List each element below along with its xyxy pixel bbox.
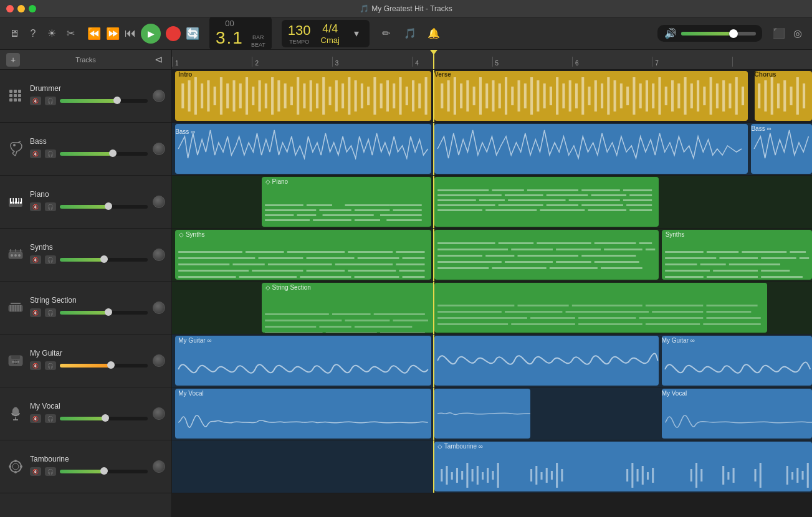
svg-rect-196 [287,251,345,253]
synths-track-content[interactable]: ◇ Synths [172,229,812,282]
guitar-mute[interactable]: 🔇 [30,361,41,370]
svg-rect-285 [456,468,458,483]
vocal-mute[interactable]: 🔇 [30,414,41,423]
tambourine-track-content[interactable]: ◇ Tambourine ∞ [172,440,812,493]
sidebar-item-drummer[interactable]: Drummer 🔇 🎧 [0,70,171,123]
volume-slider[interactable] [681,32,756,36]
sidebar-item-vocal[interactable]: My Vocal 🔇 🎧 [0,387,171,440]
sidebar-item-piano[interactable]: Piano 🔇 🎧 [0,176,171,229]
guitar-track-info: My Guitar 🔇 🎧 [30,349,148,372]
tambourine-pan-knob[interactable] [153,460,165,473]
guitar-track-content[interactable]: My Guitar ∞ [172,334,812,387]
guitar-pan-knob[interactable] [153,354,165,367]
fast-forward-button[interactable]: ⏩ [106,27,120,40]
strings-pan-knob[interactable] [153,301,165,314]
collapse-sidebar-button[interactable]: ⊲ [151,54,165,65]
tuner-icon[interactable]: 🎵 [403,27,417,39]
cycle-button[interactable]: 🔄 [186,27,199,40]
synths-segment-chorus[interactable]: Synths [662,230,812,280]
drummer-track-content[interactable]: Intro Verse Chorus [172,70,812,123]
library-icon[interactable]: 🖥 [7,28,21,39]
tambourine-mute[interactable]: 🔇 [30,467,41,476]
tambourine-segment-verse[interactable] [434,442,812,491]
drummer-segment-intro[interactable] [175,71,431,121]
sidebar-item-tambourine[interactable]: Tambourine 🔇 🎧 [0,440,171,493]
piano-segment-verse[interactable] [434,177,658,227]
piano-headphones[interactable]: 🎧 [45,202,56,211]
strings-headphones[interactable]: 🎧 [45,308,56,317]
record-button[interactable] [166,26,181,41]
sidebar-item-synths[interactable]: Synths 🔇 🎧 [0,229,171,282]
piano-track-content[interactable]: ◇ Piano [172,176,812,229]
drummer-fader[interactable] [60,99,148,103]
goto-start-button[interactable]: ⏮ [125,27,136,40]
vocal-segment-verse[interactable] [434,389,530,439]
bass-mute[interactable]: 🔇 [30,149,41,158]
synths-chorus-label: Synths [666,231,685,238]
notification-icon[interactable]: 🔔 [427,27,441,39]
svg-rect-269 [511,323,575,325]
bass-segment-intro[interactable] [175,124,431,174]
minimize-button[interactable] [17,5,25,12]
strings-segment-intro[interactable]: ◇ String Section [262,283,434,333]
svg-rect-19 [17,198,19,202]
guitar-fader[interactable] [60,364,148,368]
synths-mute[interactable]: 🔇 [30,255,41,264]
brightness-icon[interactable]: ☀ [45,27,59,39]
guitar-headphones[interactable]: 🎧 [45,361,56,370]
svg-rect-131 [710,77,712,115]
bass-headphones[interactable]: 🎧 [45,149,56,158]
maximize-button[interactable] [29,5,36,12]
svg-rect-281 [703,323,760,325]
rewind-button[interactable]: ⏪ [87,27,101,40]
piano-pan-knob[interactable] [153,196,165,208]
pencil-tool-icon[interactable]: ✏ [380,27,393,39]
synths-segment-intro[interactable]: ◇ Synths [175,230,431,280]
sidebar-item-strings[interactable]: String Section 🔇 🎧 [0,282,171,334]
drummer-headphones[interactable]: 🎧 [45,97,56,105]
vocal-pan-knob[interactable] [153,407,165,420]
vocal-headphones[interactable]: 🎧 [45,414,56,423]
drummer-segment-verse[interactable] [434,71,748,121]
piano-segment-intro[interactable]: ◇ Piano [262,177,431,227]
strings-segment-verse[interactable] [434,283,767,333]
synths-headphones[interactable]: 🎧 [45,255,56,264]
svg-rect-200 [300,276,351,278]
svg-rect-81 [380,83,383,108]
drummer-mute[interactable]: 🔇 [30,97,41,105]
bass-segment-verse[interactable] [434,124,748,174]
strings-track-content[interactable]: ◇ String Section [172,282,812,334]
help-icon[interactable]: ? [26,28,40,39]
smartcontrols-icon[interactable]: ◎ [791,27,805,39]
mixer-icon[interactable]: ⬛ [772,27,786,39]
add-track-button[interactable]: + [6,53,20,67]
guitar-segment-intro[interactable] [175,336,431,386]
bass-track-content[interactable]: Bass ∞ [172,123,812,176]
scissors-icon[interactable]: ✂ [64,27,77,39]
strings-fader[interactable] [60,311,148,315]
svg-rect-228 [581,255,636,257]
synths-segment-verse[interactable] [434,230,658,280]
tambourine-headphones[interactable]: 🎧 [45,467,56,476]
vocal-segment-intro[interactable] [175,389,431,439]
time-sig-dropdown-icon[interactable]: ▾ [350,27,363,39]
play-button[interactable]: ▶ [141,24,161,44]
drummer-pan-knob[interactable] [153,90,165,102]
piano-fader[interactable] [60,205,148,209]
tambourine-fader[interactable] [60,470,148,473]
strings-mute[interactable]: 🔇 [30,308,41,317]
drummer-segment-chorus[interactable] [755,71,812,121]
vocal-track-content[interactable]: My Vocal [172,387,812,440]
piano-mute[interactable]: 🔇 [30,202,41,211]
synths-pan-knob[interactable] [153,249,165,261]
bass-fader[interactable] [60,152,148,156]
sidebar-item-bass[interactable]: Bass 🔇 🎧 [0,123,171,176]
vocal-fader[interactable] [60,417,148,420]
guitar-segment-verse[interactable] [434,336,658,386]
tracks-scroll[interactable]: Intro Verse Chorus [172,70,812,517]
tambourine-name: Tambourine [30,455,148,463]
sidebar-item-guitar[interactable]: My Guitar 🔇 🎧 [0,334,171,387]
synths-fader[interactable] [60,258,148,262]
bass-pan-knob[interactable] [153,143,165,155]
close-button[interactable] [6,5,14,12]
